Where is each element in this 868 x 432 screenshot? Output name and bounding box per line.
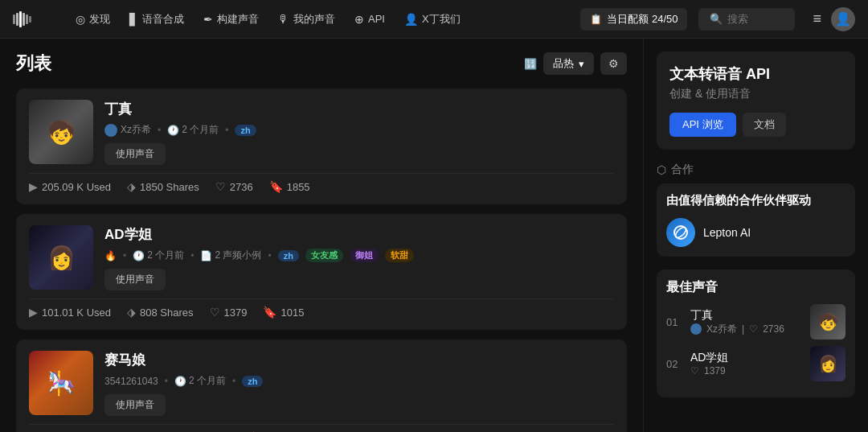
bv-rank-1: 01	[666, 316, 684, 328]
bv-name-2: AD学姐	[690, 351, 804, 365]
build-icon: ✒	[203, 13, 213, 26]
user-avatar[interactable]: 👤	[831, 7, 855, 31]
list-header: 列表 🔢 品热 ▾ ⚙	[16, 51, 627, 76]
svg-rect-3	[23, 13, 25, 26]
voice-card-adxuejie: 👩 AD学姐 🔥 • 🕐 2 个月前 • 📄 2 声	[16, 214, 627, 330]
author-avatar	[104, 124, 117, 137]
best-voice-card: 最佳声音 01 丁真 Xz乔希 | ♡ 2736 🧒	[657, 269, 855, 397]
api-browse-button[interactable]: API 浏览	[669, 113, 736, 137]
bookmark-icon: 🔖	[269, 180, 283, 193]
filter-icon-label: 🔢	[524, 58, 537, 70]
partner-section-header: ⬡ 合作	[657, 163, 855, 177]
stat-likes-2: ♡ 1379	[210, 306, 248, 319]
card-top-2: 👩 AD学姐 🔥 • 🕐 2 个月前 • 📄 2 声	[29, 225, 614, 290]
use-voice-button-dinzhen[interactable]: 使用声音	[104, 143, 166, 165]
api-card-title: 文本转语音 API	[669, 64, 842, 84]
heart-icon-2: ♡	[210, 306, 220, 319]
quota-badge: 📋 当日配额 24/50	[580, 8, 687, 31]
sep-s2: •	[232, 376, 235, 387]
time-info-2: 🕐 2 个月前	[133, 249, 184, 262]
bv-rank-2: 02	[666, 358, 684, 370]
voice-name-dinzhen: 丁真	[104, 100, 614, 118]
bv-avatar-img-1: 🧒	[810, 304, 845, 339]
card-meta-dinzhen: Xz乔希 • 🕐 2 个月前 • zh	[104, 123, 614, 137]
heart-icon-bv1: ♡	[749, 323, 758, 335]
sep3: •	[268, 250, 271, 261]
filter-area: 🔢 品热 ▾ ⚙	[524, 52, 627, 75]
sample-info: 📄 2 声频小例	[200, 249, 261, 262]
tag-elder-sis: 御姐	[350, 249, 379, 262]
voice-card-dinzhen: 🧒 丁真 Xz乔希 • 🕐 2 个月前 •	[16, 88, 627, 204]
svg-rect-0	[13, 14, 15, 24]
bookmark-icon-2: 🔖	[263, 306, 276, 319]
stat-bookmarks: 🔖 1855	[269, 180, 310, 193]
quota-icon: 📋	[590, 14, 602, 25]
card-stats-2: ▶ 101.01 K Used ⬗ 808 Shares ♡ 1379 🔖 10…	[29, 298, 614, 319]
card-top-3: 🎠 赛马娘 3541261043 • 🕐 2 个月前 • zh	[29, 351, 614, 416]
api-icon: ⊕	[354, 13, 364, 26]
filter-settings-button[interactable]: ⚙	[600, 52, 627, 75]
logo	[13, 11, 51, 27]
nav-item-build[interactable]: ✒ 构建声音	[195, 9, 267, 30]
card-info-saima: 赛马娘 3541261043 • 🕐 2 个月前 • zh 使用声音	[104, 351, 614, 416]
stat-plays: ▶ 205.09 K Used	[29, 180, 111, 193]
bv-author-avatar-1	[690, 323, 702, 335]
search-icon: 🔍	[710, 13, 723, 25]
voice-card-saima: 🎠 赛马娘 3541261043 • 🕐 2 个月前 • zh	[16, 339, 627, 432]
api-promo-card: 文本转语音 API 创建 & 使用语音 API 浏览 文档	[657, 51, 855, 150]
partner-card: 由值得信赖的合作伙伴驱动 Lepton AI	[657, 183, 855, 257]
card-meta-adxuejie: 🔥 • 🕐 2 个月前 • 📄 2 声频小例 • zh 女	[104, 249, 614, 262]
partner-driven-text: 由值得信赖的合作伙伴驱动	[666, 193, 845, 208]
nav-item-discover[interactable]: ◎ 发现	[68, 9, 118, 30]
bv-avatar-img-2: 👩	[810, 346, 845, 381]
partner-icon: ⬡	[657, 163, 666, 176]
api-docs-button[interactable]: 文档	[743, 113, 786, 137]
clock-icon-2: 🕐	[133, 250, 145, 261]
voice-list-content: 列表 🔢 品热 ▾ ⚙ 🧒 丁真	[0, 39, 643, 432]
svg-rect-2	[19, 11, 22, 27]
nav-more-button[interactable]: ≡	[806, 7, 828, 31]
right-sidebar: 文本转语音 API 创建 & 使用语音 API 浏览 文档 ⬡ 合作 由值得信赖…	[643, 39, 868, 432]
card-meta-saima: 3541261043 • 🕐 2 个月前 • zh	[104, 374, 614, 388]
svg-rect-5	[29, 16, 31, 23]
tts-icon: ▋	[129, 13, 138, 26]
nav-item-tts[interactable]: ▋ 语音合成	[121, 9, 192, 30]
nav-item-api[interactable]: ⊕ API	[346, 10, 393, 29]
stat-shares-2: ⬗ 808 Shares	[127, 306, 194, 319]
main-layout: 列表 🔢 品热 ▾ ⚙ 🧒 丁真	[0, 39, 868, 432]
stat-shares: ⬗ 1850 Shares	[127, 180, 199, 193]
author-fire: 🔥	[104, 250, 117, 261]
tag-zh-dinzhen: zh	[235, 125, 256, 136]
tag-girlfriend: 女友感	[305, 249, 343, 262]
file-icon: 📄	[200, 250, 212, 261]
best-voice-item-2: 02 AD学姐 ♡ 1379 👩	[666, 346, 845, 381]
heart-icon-bv2: ♡	[690, 365, 699, 376]
partner-name-lepton: Lepton AI	[703, 226, 751, 239]
api-card-subtitle: 创建 & 使用语音	[669, 87, 842, 101]
separator: •	[158, 125, 161, 136]
stat-bookmarks-2: 🔖 1015	[263, 306, 304, 319]
use-voice-button-saima[interactable]: 使用声音	[104, 394, 166, 416]
tag-zh-3: zh	[242, 376, 263, 387]
clock-icon: 🕐	[167, 125, 179, 136]
tag-soft: 软甜	[385, 249, 414, 262]
partner-logo-lepton	[666, 218, 695, 247]
card-info-adxuejie: AD学姐 🔥 • 🕐 2 个月前 • 📄 2 声频小例 •	[104, 225, 614, 290]
heart-icon: ♡	[215, 180, 226, 193]
tag-zh-2: zh	[278, 250, 299, 261]
bv-name-1: 丁真	[690, 308, 804, 323]
play-icon: ▶	[29, 180, 38, 193]
voice-avatar-saima: 🎠	[29, 351, 93, 415]
search-bar[interactable]: 🔍 搜索	[698, 8, 795, 31]
team-icon: 👤	[404, 13, 418, 26]
sep1: •	[123, 250, 126, 261]
card-top: 🧒 丁真 Xz乔希 • 🕐 2 个月前 •	[29, 100, 614, 165]
use-voice-button-adxuejie[interactable]: 使用声音	[104, 269, 166, 290]
author-info: Xz乔希	[104, 123, 151, 137]
card-stats-dinzhen: ▶ 205.09 K Used ⬗ 1850 Shares ♡ 2736 🔖 1…	[29, 173, 614, 193]
sep-s1: •	[165, 376, 168, 387]
filter-select[interactable]: 品热 ▾	[543, 52, 594, 75]
filter-settings-icon: ⚙	[608, 57, 619, 70]
nav-item-myvoice[interactable]: 🎙 我的声音	[270, 9, 343, 30]
nav-item-team[interactable]: 👤 X丁我们	[396, 9, 469, 30]
